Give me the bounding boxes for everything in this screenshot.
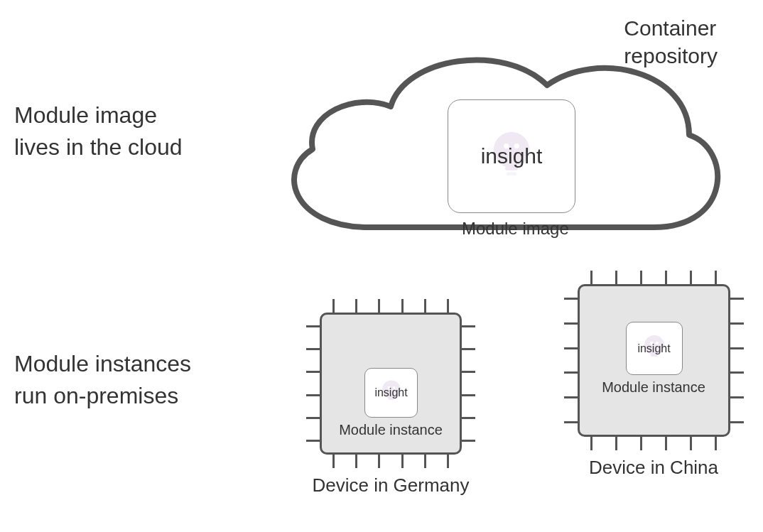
cloud-region: Container repository insight Module imag…	[263, 14, 746, 249]
svg-rect-4	[507, 173, 516, 176]
device-label: Device in China	[561, 457, 746, 479]
onprem-desc-line1: Module instances	[14, 351, 191, 376]
module-image-caption: Module image	[263, 219, 760, 239]
chip-icon: insight Module instance	[578, 284, 730, 437]
module-image-box: insight	[448, 99, 575, 213]
chip-pins-top	[580, 271, 728, 286]
chip-pins-left	[306, 315, 322, 452]
device-germany: insight Module instance Device in German…	[298, 313, 483, 496]
module-instance-insight: insight	[637, 342, 670, 355]
module-instance-box: insight	[626, 322, 683, 375]
chip-pins-left	[564, 286, 580, 435]
module-instance-caption: Module instance	[580, 379, 728, 396]
chip-pins-top	[322, 299, 460, 315]
chip-pins-right	[728, 286, 744, 435]
device-china: insight Module instance Device in China	[561, 284, 746, 479]
module-instance-caption: Module instance	[322, 422, 460, 438]
onprem-description: Module instances run on-premises	[14, 348, 191, 412]
module-image-insight: insight	[481, 144, 543, 168]
diagram-canvas: Module image lives in the cloud Module i…	[0, 0, 763, 532]
chip-pins-right	[460, 315, 475, 452]
chip-pins-bottom	[322, 452, 460, 468]
cloud-description: Module image lives in the cloud	[14, 99, 183, 163]
cloud-desc-line1: Module image	[14, 102, 157, 128]
onprem-desc-line2: run on-premises	[14, 383, 178, 408]
chip-pins-bottom	[580, 435, 728, 450]
device-label: Device in Germany	[298, 474, 483, 496]
cloud-desc-line2: lives in the cloud	[14, 134, 183, 160]
module-instance-box: insight	[364, 368, 418, 418]
chip-icon: insight Module instance	[320, 313, 462, 455]
module-instance-insight: insight	[374, 386, 407, 399]
